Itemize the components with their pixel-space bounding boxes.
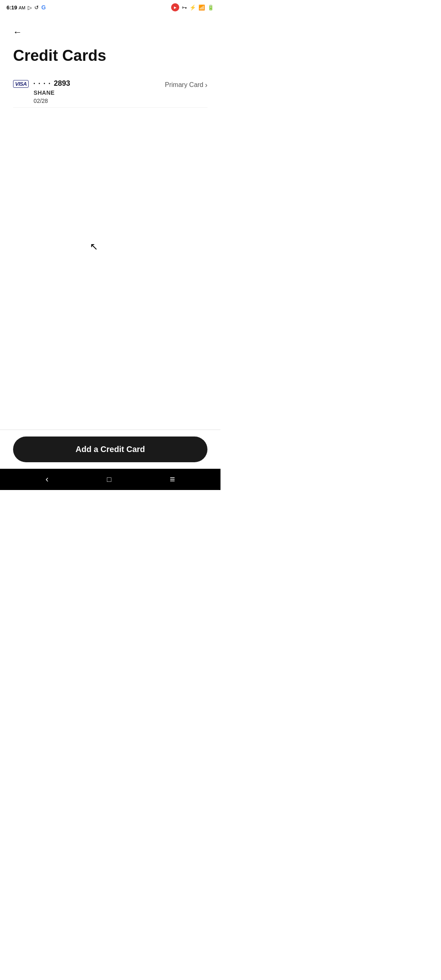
back-arrow-icon: ←: [13, 27, 22, 38]
card-info: • • • • 2893 SHANE 02/28: [33, 79, 70, 104]
navigation-bar: ‹ □ ≡: [0, 469, 220, 490]
main-content: ← Credit Cards VISA • • • • 2893 SHANE 0…: [0, 15, 220, 108]
card-dots: • • • •: [33, 81, 51, 86]
add-credit-card-button[interactable]: Add a Credit Card: [13, 437, 207, 462]
page-title: Credit Cards: [13, 47, 207, 65]
card-left-section: VISA • • • • 2893 SHANE 02/28: [13, 79, 70, 104]
status-bar: 6:19 AM ▷ ↺ G ▶ 🗝 ⚡ 📶 🔋: [0, 0, 220, 15]
visa-text: VISA: [13, 80, 29, 88]
card-expiry: 02/28: [33, 98, 70, 104]
chevron-right-icon: ›: [205, 81, 207, 89]
bluetooth-icon: ⚡: [189, 4, 196, 11]
back-button[interactable]: ←: [13, 27, 207, 38]
ampm-display: AM: [19, 5, 26, 10]
status-bar-right: ▶ 🗝 ⚡ 📶 🔋: [171, 3, 214, 11]
card-holder-name: SHANE: [33, 89, 70, 96]
recording-indicator: ▶: [171, 3, 179, 11]
status-time: 6:19 AM: [7, 4, 25, 11]
visa-logo: VISA: [13, 80, 29, 87]
bottom-section: Add a Credit Card ‹ □ ≡: [0, 430, 220, 490]
time-display: 6:19: [7, 4, 17, 11]
card-number: • • • • 2893: [33, 79, 70, 88]
refresh-icon: ↺: [34, 4, 39, 11]
left-status-icons: ▷ ↺ G: [28, 4, 46, 11]
nav-home-button[interactable]: □: [107, 475, 111, 484]
key-icon: 🗝: [182, 4, 187, 11]
battery-icon: 🔋: [207, 4, 214, 11]
card-last4: 2893: [54, 79, 70, 88]
nav-back-button[interactable]: ‹: [45, 474, 48, 485]
google-icon: G: [41, 4, 46, 11]
bottom-divider: [0, 430, 220, 430]
wifi-icon: 📶: [198, 4, 205, 11]
primary-card-label: Primary Card: [165, 81, 203, 89]
card-right-section[interactable]: Primary Card ›: [165, 81, 207, 89]
credit-card-item[interactable]: VISA • • • • 2893 SHANE 02/28 Primary Ca…: [13, 76, 207, 108]
mouse-cursor: ↖: [90, 241, 98, 252]
nav-menu-button[interactable]: ≡: [170, 474, 175, 485]
video-icon: ▷: [28, 4, 32, 11]
status-bar-left: 6:19 AM ▷ ↺ G: [7, 4, 46, 11]
